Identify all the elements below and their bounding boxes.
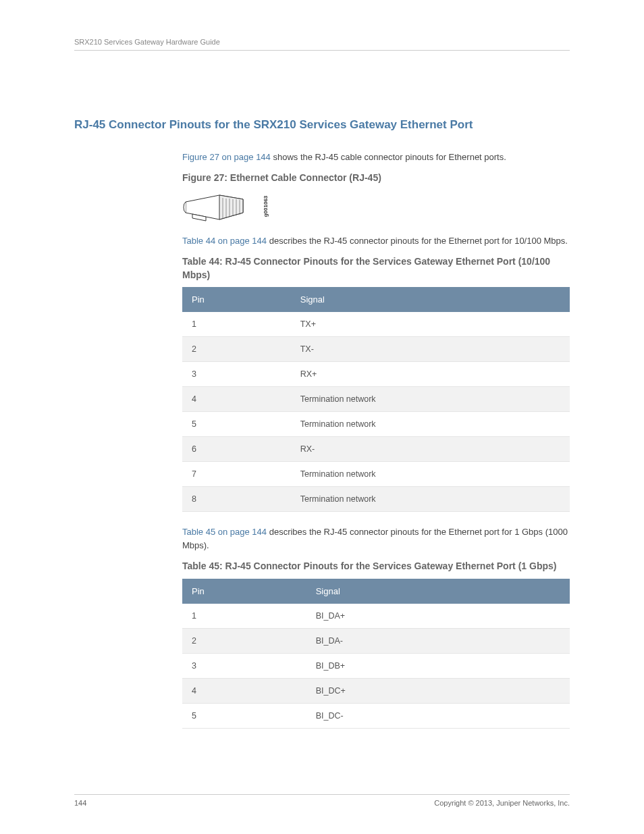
table-row: 4Termination network <box>182 387 570 412</box>
cell-pin: 6 <box>182 437 291 462</box>
cell-signal: BI_DC- <box>306 703 570 728</box>
table-44-caption: Table 44: RJ-45 Connector Pinouts for th… <box>182 255 570 282</box>
cell-signal: RX+ <box>291 362 570 387</box>
cell-signal: TX+ <box>291 312 570 337</box>
cell-pin: 3 <box>182 653 306 678</box>
table-row: 6RX- <box>182 437 570 462</box>
table-44: Pin Signal 1TX+2TX-3RX+4Termination netw… <box>182 287 570 512</box>
cell-pin: 2 <box>182 337 291 362</box>
copyright-text: Copyright © 2013, Juniper Networks, Inc. <box>434 799 570 807</box>
table-45-link[interactable]: Table 45 on page 144 <box>182 527 267 537</box>
table-44-header-signal: Signal <box>291 287 570 312</box>
rj45-connector-icon <box>182 190 250 224</box>
table-row: 5Termination network <box>182 412 570 437</box>
cell-pin: 5 <box>182 412 291 437</box>
table-row: 3RX+ <box>182 362 570 387</box>
page-footer: 144 Copyright © 2013, Juniper Networks, … <box>74 794 570 807</box>
intro-paragraph-2: Table 44 on page 144 describes the RJ-45… <box>182 234 570 248</box>
section-title: RJ-45 Connector Pinouts for the SRX210 S… <box>74 118 570 132</box>
cell-signal: Termination network <box>291 462 570 487</box>
para2-text: describes the RJ-45 connector pinouts fo… <box>267 236 568 246</box>
table-row: 3BI_DB+ <box>182 653 570 678</box>
cell-signal: TX- <box>291 337 570 362</box>
table-row: 8Termination network <box>182 487 570 512</box>
cell-signal: Termination network <box>291 487 570 512</box>
cell-pin: 1 <box>182 604 306 629</box>
table-row: 7Termination network <box>182 462 570 487</box>
cell-signal: BI_DB+ <box>306 653 570 678</box>
cell-pin: 2 <box>182 628 306 653</box>
cell-pin: 4 <box>182 387 291 412</box>
table-row: 2BI_DA- <box>182 628 570 653</box>
page-header: SRX210 Services Gateway Hardware Guide <box>74 38 570 51</box>
table-45-header-pin: Pin <box>182 579 306 604</box>
cell-signal: Termination network <box>291 387 570 412</box>
page-number: 144 <box>74 799 86 807</box>
table-44-header-pin: Pin <box>182 287 291 312</box>
table-row: 2TX- <box>182 337 570 362</box>
intro-paragraph-1: Figure 27 on page 144 shows the RJ-45 ca… <box>182 151 570 164</box>
table-45-header-signal: Signal <box>306 579 570 604</box>
table-row: 4BI_DC+ <box>182 678 570 703</box>
cell-signal: BI_DA- <box>306 628 570 653</box>
table-44-link[interactable]: Table 44 on page 144 <box>182 236 267 246</box>
cell-pin: 3 <box>182 362 291 387</box>
cell-signal: RX- <box>291 437 570 462</box>
cell-signal: BI_DA+ <box>306 604 570 629</box>
cell-pin: 8 <box>182 487 291 512</box>
table-row: 1BI_DA+ <box>182 604 570 629</box>
cell-pin: 5 <box>182 703 306 728</box>
cell-signal: BI_DC+ <box>306 678 570 703</box>
para1-text: shows the RJ-45 cable connector pinouts … <box>271 152 506 162</box>
figure-27-link[interactable]: Figure 27 on page 144 <box>182 152 271 162</box>
table-row: 5BI_DC- <box>182 703 570 728</box>
cell-pin: 7 <box>182 462 291 487</box>
table-45-caption: Table 45: RJ-45 Connector Pinouts for th… <box>182 560 570 573</box>
figure-27-image: g001063 <box>182 190 570 224</box>
table-45: Pin Signal 1BI_DA+2BI_DA-3BI_DB+4BI_DC+5… <box>182 579 570 729</box>
cell-signal: Termination network <box>291 412 570 437</box>
table-row: 1TX+ <box>182 312 570 337</box>
figure-27-label: g001063 <box>263 196 269 217</box>
figure-27-caption: Figure 27: Ethernet Cable Connector (RJ-… <box>182 172 570 183</box>
header-title: SRX210 Services Gateway Hardware Guide <box>74 38 220 46</box>
cell-pin: 4 <box>182 678 306 703</box>
cell-pin: 1 <box>182 312 291 337</box>
intro-paragraph-3: Table 45 on page 144 describes the RJ-45… <box>182 525 570 552</box>
